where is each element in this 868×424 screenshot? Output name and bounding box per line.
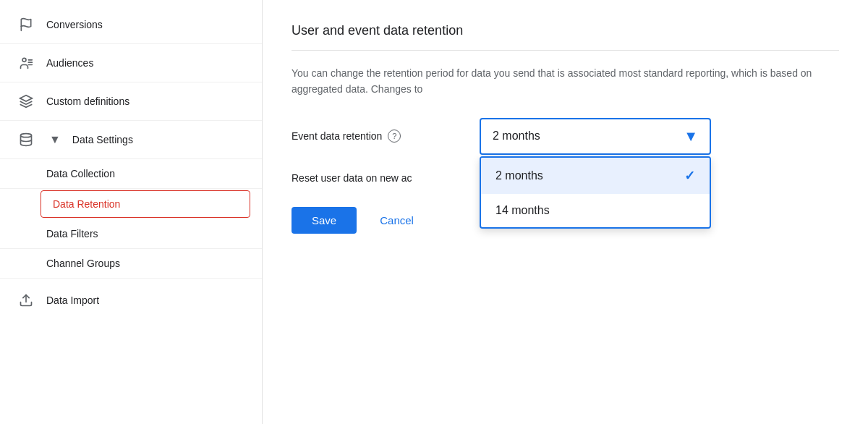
data-import-label: Data Import — [46, 294, 99, 306]
main-content: User and event data retention You can ch… — [263, 0, 868, 424]
cancel-button[interactable]: Cancel — [368, 207, 425, 234]
audience-icon — [17, 54, 35, 72]
page-title: User and event data retention — [292, 23, 839, 51]
sidebar-item-conversions[interactable]: Conversions — [0, 6, 262, 44]
audiences-label: Audiences — [46, 57, 93, 69]
sidebar-item-data-import[interactable]: Data Import — [0, 281, 262, 319]
option-2months-label: 2 months — [495, 169, 543, 182]
sidebar-scroll: Conversions Audiences — [0, 6, 262, 424]
help-icon[interactable]: ? — [388, 130, 401, 143]
data-settings-label: Data Settings — [72, 134, 133, 145]
description-text: You can change the retention period for … — [292, 65, 839, 98]
sidebar-item-custom-definitions[interactable]: Custom definitions — [0, 82, 262, 121]
custom-def-icon — [17, 93, 35, 110]
channel-groups-label: Channel Groups — [46, 258, 120, 269]
svg-line-6 — [20, 101, 26, 104]
save-button[interactable]: Save — [292, 207, 357, 234]
svg-point-8 — [21, 134, 32, 137]
reset-user-label: Reset user data on new ac — [292, 172, 480, 184]
data-settings-sub-items: Data Collection Data Retention Data Filt… — [0, 159, 262, 279]
dropdown-arrow-icon: ▼ — [684, 128, 698, 145]
flag-icon — [17, 16, 35, 33]
custom-definitions-label: Custom definitions — [46, 96, 129, 107]
chevron-icon: ▼ — [49, 133, 61, 146]
sidebar-item-data-settings[interactable]: ▼ Data Settings — [0, 121, 262, 159]
sidebar-item-audiences[interactable]: Audiences — [0, 44, 262, 82]
data-collection-label: Data Collection — [46, 168, 115, 179]
sidebar-item-channel-groups[interactable]: Channel Groups — [0, 249, 262, 279]
sidebar-item-data-retention[interactable]: Data Retention — [41, 190, 250, 218]
data-retention-label: Data Retention — [53, 198, 120, 210]
check-icon: ✓ — [684, 168, 695, 184]
event-retention-dropdown-container: 2 months ▼ 2 months ✓ 14 months — [480, 118, 711, 155]
dropdown-option-14months[interactable]: 14 months — [481, 194, 710, 227]
svg-line-7 — [26, 101, 32, 104]
sidebar: Conversions Audiences — [0, 0, 263, 424]
event-retention-row: Event data retention ? 2 months ▼ 2 mont… — [292, 118, 839, 155]
dropdown-menu: 2 months ✓ 14 months — [480, 156, 711, 229]
dropdown-selected-value: 2 months — [493, 130, 540, 143]
conversions-label: Conversions — [46, 19, 103, 30]
sidebar-item-data-collection[interactable]: Data Collection — [0, 159, 262, 189]
sidebar-item-data-filters[interactable]: Data Filters — [0, 219, 262, 249]
event-retention-text: Event data retention — [292, 130, 382, 142]
option-14months-label: 14 months — [495, 204, 550, 217]
upload-icon — [17, 292, 35, 309]
svg-point-1 — [22, 58, 26, 62]
database-icon — [17, 131, 35, 148]
dropdown-option-2months[interactable]: 2 months ✓ — [481, 158, 710, 194]
event-retention-label: Event data retention ? — [292, 130, 480, 143]
event-retention-dropdown[interactable]: 2 months ▼ — [480, 118, 711, 155]
data-filters-label: Data Filters — [46, 228, 98, 239]
svg-marker-5 — [20, 96, 33, 101]
